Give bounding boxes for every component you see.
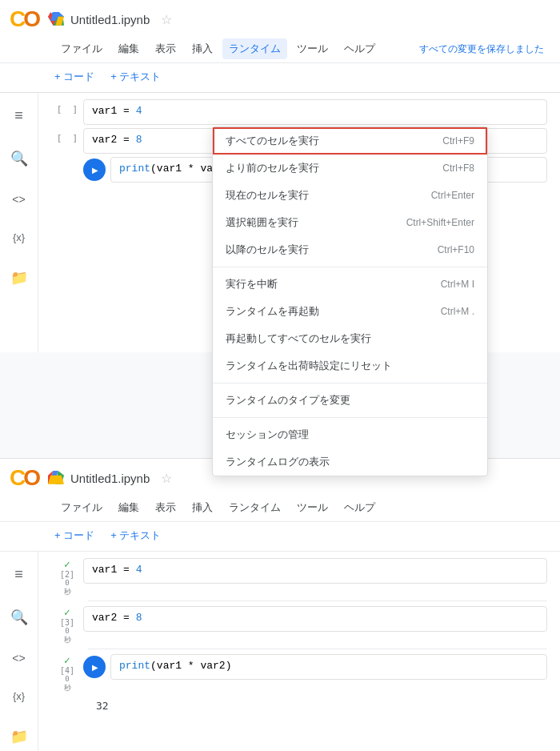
cell-content-b-3[interactable]: print(var1 * var2) <box>110 654 547 680</box>
menu-edit-bottom[interactable]: 編集 <box>112 497 146 518</box>
dropdown-interrupt[interactable]: 実行を中断 Ctrl+M I <box>213 271 487 298</box>
title-bar: CO Untitled1.ipynb ☆ <box>0 0 560 38</box>
menu-runtime[interactable]: ランタイム <box>222 38 287 59</box>
menu-view-bottom[interactable]: 表示 <box>149 497 182 518</box>
sidebar-code-icon-b[interactable]: <> <box>7 647 30 669</box>
dropdown-run-all-label: すべてのセルを実行 <box>226 134 319 148</box>
sidebar-files-icon-b[interactable]: 📁 <box>6 723 33 750</box>
menu-help[interactable]: ヘルプ <box>338 38 382 59</box>
drive-icon <box>48 12 64 26</box>
dropdown-run-before-label: より前のセルを実行 <box>226 161 319 175</box>
sidebar-toc-icon[interactable]: ≡ <box>10 102 28 129</box>
sidebar-top: ≡ 🔍 <> {x} 📁 <box>0 93 38 352</box>
code-print-paren-open: ( <box>150 163 157 175</box>
menu-help-bottom[interactable]: ヘルプ <box>338 497 382 518</box>
cell-bracket-1: [ ] <box>51 99 83 114</box>
toolbar-top: + コード + テキスト <box>0 62 560 92</box>
menu-tools[interactable]: ツール <box>290 38 334 59</box>
add-text-button[interactable]: + テキスト <box>104 66 167 87</box>
menu-edit[interactable]: 編集 <box>112 38 146 59</box>
dropdown-restart-shortcut: Ctrl+M . <box>441 306 474 317</box>
code-var1-name: var1 <box>92 105 117 117</box>
menu-file[interactable]: ファイル <box>54 38 109 59</box>
menu-view[interactable]: 表示 <box>149 38 182 59</box>
b-code-print-args: var1 * var2 <box>157 660 226 672</box>
dropdown-restart[interactable]: ランタイムを再起動 Ctrl+M . <box>213 298 487 325</box>
sidebar-variables-icon[interactable]: {x} <box>8 227 30 248</box>
sidebar-code-icon[interactable]: <> <box>7 188 30 211</box>
dropdown-run-current-shortcut: Ctrl+Enter <box>431 190 474 201</box>
bottom-spacer <box>51 715 547 739</box>
dropdown-factory-reset-label: ランタイムを出荷時設定にリセット <box>226 359 392 373</box>
colab-logo-bottom: CO <box>10 465 38 491</box>
cell-var1-executed: ✓ [2] 0秒 var1 = 4 <box>51 558 547 597</box>
cell-content-b-1[interactable]: var1 = 4 <box>83 558 547 584</box>
runtime-dropdown: すべてのセルを実行 Ctrl+F9 より前のセルを実行 Ctrl+F8 現在のセ… <box>212 127 488 476</box>
dropdown-change-type-label: ランタイムのタイプを変更 <box>226 393 350 408</box>
toolbar-bottom: + コード + テキスト <box>0 521 560 551</box>
output-value: 32 <box>96 700 109 712</box>
cell-timing-1: 0秒 <box>64 579 71 597</box>
code-var2-eq: = <box>117 134 135 146</box>
dropdown-interrupt-label: 実行を中断 <box>226 277 278 291</box>
code-var1-val: 4 <box>136 105 142 117</box>
b-code-var1-name: var1 <box>92 564 117 576</box>
dropdown-run-after-shortcut: Ctrl+F10 <box>438 244 474 255</box>
menu-insert-bottom[interactable]: 挿入 <box>186 497 219 518</box>
save-status: すべての変更を保存しました <box>419 42 550 56</box>
dropdown-run-current-label: 現在のセルを実行 <box>226 188 309 203</box>
dropdown-run-all[interactable]: すべてのセルを実行 Ctrl+F9 <box>213 127 487 155</box>
run-button-executed[interactable] <box>83 656 106 678</box>
add-code-button[interactable]: + コード <box>48 66 101 87</box>
logo-o: O <box>23 6 38 32</box>
cell-bracket-3 <box>51 157 83 162</box>
sidebar-search-icon[interactable]: 🔍 <box>6 145 33 172</box>
menu-runtime-bottom[interactable]: ランタイム <box>222 497 287 518</box>
code-var1-eq: = <box>117 105 135 117</box>
add-code-button-bottom[interactable]: + コード <box>48 525 101 546</box>
drive-icon-bottom <box>48 471 64 485</box>
menu-insert[interactable]: 挿入 <box>186 38 219 59</box>
cell-num-area-3: ✓ [4] 0秒 <box>51 654 83 693</box>
b-code-var2-val: 8 <box>136 612 142 624</box>
star-icon[interactable]: ☆ <box>161 12 172 27</box>
cell-num-2: [3] <box>60 618 74 627</box>
dropdown-run-selection[interactable]: 選択範囲を実行 Ctrl+Shift+Enter <box>213 209 487 236</box>
cell-output: 32 <box>88 697 547 715</box>
cell-check-1: ✓ <box>64 558 70 570</box>
separator-1 <box>88 600 547 601</box>
cell-print-executed: ✓ [4] 0秒 print(var1 * var2) <box>51 654 547 693</box>
dropdown-interrupt-shortcut: Ctrl+M I <box>441 279 474 290</box>
b-code-var1-val: 4 <box>136 564 142 576</box>
menu-bar-bottom: ファイル 編集 表示 挿入 ランタイム ツール ヘルプ <box>0 497 560 521</box>
add-text-button-bottom[interactable]: + テキスト <box>104 525 167 546</box>
cell-var1: [ ] var1 = 4 <box>51 99 547 125</box>
dropdown-change-type[interactable]: ランタイムのタイプを変更 <box>213 387 487 414</box>
sidebar-files-icon[interactable]: 📁 <box>6 264 33 291</box>
dropdown-run-before[interactable]: より前のセルを実行 Ctrl+F8 <box>213 155 487 182</box>
dropdown-divider-2 <box>213 383 487 384</box>
cell-check-3: ✓ <box>64 654 70 666</box>
dropdown-run-current[interactable]: 現在のセルを実行 Ctrl+Enter <box>213 182 487 209</box>
b-code-var2-eq: = <box>117 612 135 624</box>
run-button[interactable] <box>83 159 106 181</box>
star-icon-bottom[interactable]: ☆ <box>161 471 172 486</box>
dropdown-manage-sessions-label: セッションの管理 <box>226 428 309 442</box>
dropdown-manage-sessions[interactable]: セッションの管理 <box>213 421 487 448</box>
cell-num-1: [2] <box>60 570 74 579</box>
menu-file-bottom[interactable]: ファイル <box>54 497 109 518</box>
sidebar-variables-icon-b[interactable]: {x} <box>8 685 30 707</box>
sidebar-search-icon-b[interactable]: 🔍 <box>6 604 33 631</box>
dropdown-view-logs[interactable]: ランタイムログの表示 <box>213 448 487 476</box>
sidebar-toc-icon-b[interactable]: ≡ <box>10 561 28 588</box>
dropdown-factory-reset[interactable]: ランタイムを出荷時設定にリセット <box>213 352 487 380</box>
dropdown-run-after-label: 以降のセルを実行 <box>226 243 309 257</box>
cell-num-3: [4] <box>60 666 74 675</box>
cell-var2-executed: ✓ [3] 0秒 var2 = 8 <box>51 606 547 645</box>
dropdown-restart-run-all[interactable]: 再起動してすべてのセルを実行 <box>213 325 487 352</box>
cell-content-1[interactable]: var1 = 4 <box>83 99 547 125</box>
dropdown-view-logs-label: ランタイムログの表示 <box>226 455 330 469</box>
dropdown-run-after[interactable]: 以降のセルを実行 Ctrl+F10 <box>213 236 487 263</box>
cell-content-b-2[interactable]: var2 = 8 <box>83 606 547 632</box>
menu-tools-bottom[interactable]: ツール <box>290 497 334 518</box>
